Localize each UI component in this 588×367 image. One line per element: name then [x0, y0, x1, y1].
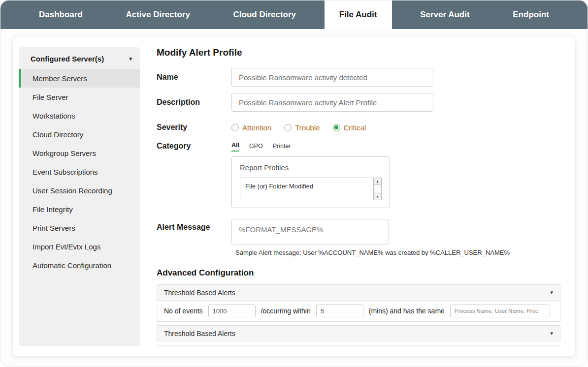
threshold-accordion-2-title: Threshold Based Alerts: [164, 330, 235, 337]
threshold-accordion-3: Threshold Based Alerts ▾: [157, 345, 560, 346]
sidebar-header-label: Configured Server(s): [31, 55, 104, 63]
report-profiles-box: Report Profiles File (or) Folder Modifie…: [231, 156, 390, 208]
category-tabs: All GPO Printer: [231, 142, 390, 152]
name-input[interactable]: [231, 68, 433, 87]
listbox-scrollbar[interactable]: ▲ ▼: [373, 178, 381, 200]
sidebar-item-import-evt-logs[interactable]: Import Evt/Evtx Logs: [19, 237, 140, 256]
severity-critical-label: Critical: [344, 123, 366, 132]
events-count-input[interactable]: [208, 305, 256, 317]
threshold-accordion-2: Threshold Based Alerts ▾: [157, 325, 560, 341]
severity-row: Severity Attention Trouble Critical: [157, 118, 560, 137]
threshold-accordion-3-header[interactable]: Threshold Based Alerts ▾: [157, 345, 560, 346]
occurring-within-input[interactable]: [316, 305, 363, 317]
category-block: All GPO Printer Report Profiles File (or…: [231, 141, 390, 208]
threshold-accordion-1-body: No of events /occurring within (mins) an…: [157, 301, 560, 322]
top-navigation: Dashboard Active Directory Cloud Directo…: [0, 0, 588, 29]
occurring-within-label: /occurring within: [261, 307, 311, 315]
name-label: Name: [157, 73, 231, 82]
category-tab-gpo[interactable]: GPO: [249, 143, 263, 152]
description-input[interactable]: [231, 93, 433, 112]
scroll-down-icon[interactable]: ▼: [374, 193, 381, 200]
severity-attention-label: Attention: [242, 123, 271, 132]
nav-tab-endpoint[interactable]: Endpoint: [498, 0, 564, 29]
category-tab-all[interactable]: All: [231, 142, 239, 152]
nav-tab-file-audit[interactable]: File Audit: [325, 0, 392, 29]
alert-message-row: Alert Message %FORMAT_MESSAGE%: [157, 219, 560, 245]
severity-option-attention[interactable]: Attention: [231, 123, 271, 132]
category-row: Category All GPO Printer Report Profiles…: [157, 141, 560, 208]
nav-tab-dashboard[interactable]: Dashboard: [24, 0, 98, 29]
description-label: Description: [157, 98, 231, 107]
app-window: Dashboard Active Directory Cloud Directo…: [0, 0, 588, 367]
sidebar-item-print-servers[interactable]: Print Servers: [19, 218, 140, 237]
scroll-up-icon[interactable]: ▲: [374, 178, 381, 185]
list-item[interactable]: File (or) Folder Modified: [240, 178, 373, 194]
sidebar-item-file-server[interactable]: File Server: [19, 88, 140, 106]
threshold-accordion-2-header[interactable]: Threshold Based Alerts ▾: [157, 325, 560, 341]
sidebar-header-configured-servers[interactable]: Configured Server(s) ▾: [19, 47, 140, 69]
threshold-accordion-1: Threshold Based Alerts ▾ No of events /o…: [157, 284, 560, 322]
sidebar-item-file-integrity[interactable]: File Integrity: [19, 200, 140, 218]
sidebar-item-workgroup-servers[interactable]: Workgroup Servers: [19, 144, 140, 162]
category-label: Category: [157, 141, 231, 151]
threshold-accordion-1-title: Threshold Based Alerts: [164, 289, 235, 297]
radio-unchecked-icon[interactable]: [284, 124, 292, 131]
severity-options: Attention Trouble Critical: [231, 118, 366, 137]
severity-option-trouble[interactable]: Trouble: [284, 123, 320, 132]
sidebar-item-member-servers[interactable]: Member Servers: [19, 69, 140, 88]
nav-tab-active-directory[interactable]: Active Directory: [111, 0, 204, 29]
sidebar-item-workstations[interactable]: Workstations: [19, 106, 140, 125]
chevron-down-icon: ▾: [550, 289, 553, 296]
category-tab-printer[interactable]: Printer: [273, 143, 291, 152]
alert-message-label: Alert Message: [157, 219, 231, 232]
content-card: Configured Server(s) ▾ Member Servers Fi…: [12, 36, 576, 357]
report-profiles-title: Report Profiles: [240, 163, 382, 172]
threshold-accordion-1-header[interactable]: Threshold Based Alerts ▾: [157, 284, 560, 301]
alert-message-hint: Sample Alert message: User %ACCOUNT_NAME…: [235, 249, 560, 256]
report-profiles-listbox: File (or) Folder Modified ▲ ▼: [240, 178, 382, 200]
page-title: Modify Alert Profile: [157, 47, 560, 58]
sidebar-item-event-subscriptions[interactable]: Event Subscriptions: [19, 162, 140, 181]
advanced-configuration-title: Advanced Configuration: [157, 268, 560, 278]
chevron-down-icon: ▾: [550, 330, 553, 336]
severity-trouble-label: Trouble: [295, 123, 320, 132]
severity-option-critical[interactable]: Critical: [333, 123, 366, 132]
main-panel: Modify Alert Profile Name Description Se…: [140, 47, 560, 346]
events-count-label: No of events: [164, 307, 203, 315]
sidebar-item-automatic-configuration[interactable]: Automatic Configuration: [19, 256, 140, 275]
nav-tab-cloud-directory[interactable]: Cloud Directory: [219, 0, 311, 29]
alert-message-input[interactable]: %FORMAT_MESSAGE%: [231, 219, 389, 245]
nav-tab-server-audit[interactable]: Server Audit: [405, 0, 484, 29]
name-row: Name: [157, 68, 560, 87]
same-fields-input[interactable]: [450, 305, 550, 317]
radio-checked-icon[interactable]: [333, 124, 340, 131]
chevron-down-icon: ▾: [129, 56, 132, 62]
severity-label: Severity: [157, 123, 231, 132]
sidebar: Configured Server(s) ▾ Member Servers Fi…: [19, 47, 140, 346]
mins-same-label: (mins) and has the same: [369, 307, 445, 315]
sidebar-item-user-session-recording[interactable]: User Session Recording: [19, 181, 140, 200]
listbox-items: File (or) Folder Modified: [240, 178, 373, 200]
description-row: Description: [157, 93, 560, 112]
radio-unchecked-icon[interactable]: [231, 124, 239, 131]
sidebar-item-cloud-directory[interactable]: Cloud Directory: [19, 125, 140, 144]
